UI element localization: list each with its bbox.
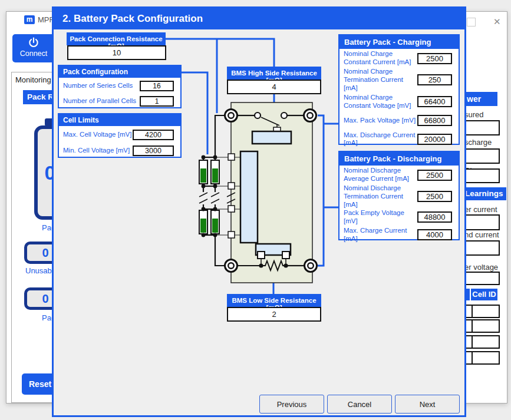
min-cell-voltage-label: Min. Cell Voltage [mV] bbox=[63, 147, 130, 155]
max-discharge-current-input[interactable]: 20000 bbox=[417, 134, 452, 145]
bms-low-side-input[interactable]: 2 bbox=[227, 307, 321, 322]
series-cells-label: Number of Series Cells bbox=[63, 82, 133, 90]
max-cell-voltage-label: Max. Cell Voltage [mV] bbox=[63, 131, 131, 139]
table-cell bbox=[472, 351, 500, 365]
discharge-label: scharge bbox=[464, 138, 492, 147]
screen: m MPF4279 ✕ Connect Monitoring Pack Re 0… bbox=[0, 0, 511, 420]
pack-connection-resistance-input[interactable]: 10 bbox=[67, 45, 166, 60]
connect-button[interactable]: Connect bbox=[12, 34, 55, 62]
table-cell bbox=[472, 319, 500, 333]
max-charge-current-input[interactable]: 4000 bbox=[417, 229, 452, 240]
parallel-cells-input[interactable]: 1 bbox=[140, 96, 174, 107]
table-header-cellid: Cell ID bbox=[471, 289, 497, 300]
close-button[interactable]: ✕ bbox=[493, 16, 501, 27]
battery-gauge-caption: Unusabl bbox=[25, 266, 54, 275]
battery-pack-charging-group: Battery Pack - Charging Nominal Charge C… bbox=[338, 34, 460, 145]
previous-button[interactable]: Previous bbox=[259, 395, 324, 414]
battery-pack-discharging-group: Battery Pack - Discharging Nominal Disch… bbox=[338, 151, 460, 240]
max-charge-current-label: Max. Charge Current [mA] bbox=[344, 227, 417, 243]
maximize-button[interactable] bbox=[467, 18, 476, 27]
max-discharge-current-label: Max. Discharge Current [mA] bbox=[344, 131, 417, 148]
table-cell bbox=[472, 305, 500, 318]
nominal-charge-constant-current-input[interactable]: 2500 bbox=[417, 53, 452, 64]
power-icon bbox=[28, 37, 39, 51]
nominal-charge-termination-current-label: Nominal Charge Termination Current [mA] bbox=[344, 68, 417, 92]
pack-empty-voltage-input[interactable]: 48800 bbox=[417, 211, 452, 223]
nominal-discharge-average-current-input[interactable]: 2500 bbox=[417, 170, 452, 181]
nominal-charge-constant-voltage-label: Nominal Charge Constant Voltage [mV] bbox=[344, 94, 417, 110]
connect-label: Connect bbox=[12, 49, 55, 58]
table-cell bbox=[472, 335, 500, 349]
dialog-title: 2. Battery Pack Configuration bbox=[54, 8, 464, 29]
learnings-header: Learnings bbox=[459, 187, 506, 200]
bms-high-side-title: BMS High Side Resistance [mΩ] bbox=[227, 67, 321, 80]
series-cells-input[interactable]: 16 bbox=[140, 81, 174, 91]
next-button[interactable]: Next bbox=[395, 395, 460, 414]
second-current-label: nd current bbox=[464, 230, 499, 239]
discharging-title: Battery Pack - Discharging bbox=[339, 152, 459, 166]
tab-monitoring[interactable]: Monitoring bbox=[15, 75, 51, 84]
nominal-discharge-average-current-label: Nominal Discharge Average Current [mA] bbox=[344, 167, 417, 183]
max-pack-voltage-input[interactable]: 66800 bbox=[417, 115, 452, 126]
cancel-button[interactable]: Cancel bbox=[327, 395, 392, 414]
max-cell-voltage-input[interactable]: 4200 bbox=[133, 130, 174, 140]
charging-title: Battery Pack - Charging bbox=[339, 35, 459, 49]
pack-connection-resistance-title: Pack Connection Resistance [mΩ] bbox=[67, 32, 166, 45]
voltage-label: er voltage bbox=[464, 263, 498, 272]
parallel-cells-label: Number of Parallel Cells bbox=[63, 97, 136, 105]
measured-label: sured bbox=[464, 110, 484, 119]
bms-high-side-input[interactable]: 4 bbox=[227, 80, 321, 94]
app-logo-icon: m bbox=[24, 15, 35, 24]
pack-configuration-group: Pack Configuration Number of Series Cell… bbox=[58, 65, 182, 108]
cell-limits-title: Cell Limits bbox=[59, 114, 180, 126]
nominal-charge-constant-current-label: Nominal Charge Constant Current [mA] bbox=[344, 50, 417, 67]
cell-limits-group: Cell Limits Max. Cell Voltage [mV] 4200 … bbox=[58, 113, 182, 158]
nominal-charge-termination-current-input[interactable]: 250 bbox=[417, 74, 452, 85]
pack-empty-voltage-label: Pack Empty Voltage [mV] bbox=[344, 209, 417, 226]
bms-low-side-title: BMS Low Side Resistance [mΩ] bbox=[227, 294, 321, 307]
nominal-charge-constant-voltage-input[interactable]: 66400 bbox=[417, 96, 452, 107]
upper-current-label: er current bbox=[464, 205, 497, 214]
min-cell-voltage-input[interactable]: 3000 bbox=[133, 145, 174, 156]
nominal-discharge-termination-current-label: Nominal Discharge Termination Current [m… bbox=[344, 184, 417, 209]
nominal-discharge-termination-current-input[interactable]: 2500 bbox=[417, 191, 452, 202]
max-pack-voltage-label: Max. Pack Voltage [mV] bbox=[344, 117, 417, 125]
pack-configuration-title: Pack Configuration bbox=[59, 66, 180, 78]
